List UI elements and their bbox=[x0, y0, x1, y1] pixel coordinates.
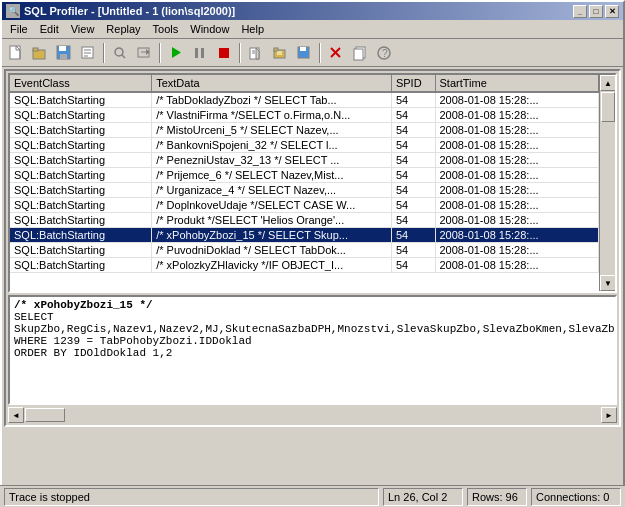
menu-replay[interactable]: Replay bbox=[100, 21, 146, 37]
svg-rect-7 bbox=[60, 54, 67, 59]
scroll-track[interactable] bbox=[600, 91, 615, 275]
new-trace-button[interactable] bbox=[245, 42, 267, 64]
vertical-scrollbar[interactable]: ▲ ▼ bbox=[599, 75, 615, 291]
table-row[interactable]: SQL:BatchStarting/* PuvodniDoklad */ SEL… bbox=[10, 243, 599, 258]
save-button[interactable] bbox=[53, 42, 75, 64]
title-bar-left: 🔍 SQL Profiler - [Untitled - 1 (lion\sql… bbox=[6, 4, 235, 18]
menu-file[interactable]: File bbox=[4, 21, 34, 37]
hscroll-thumb[interactable] bbox=[25, 408, 65, 422]
svg-point-12 bbox=[115, 48, 123, 56]
copy-button[interactable] bbox=[349, 42, 371, 64]
svg-rect-19 bbox=[201, 48, 204, 58]
save-trace-icon bbox=[296, 45, 312, 61]
col-header-textdata[interactable]: TextData bbox=[152, 75, 392, 92]
help-icon: ? bbox=[376, 45, 392, 61]
close-button[interactable]: ✕ bbox=[605, 5, 619, 18]
scroll-right-button[interactable]: ► bbox=[601, 407, 617, 423]
table-row[interactable]: SQL:BatchStarting/* VlastniFirma */SELEC… bbox=[10, 108, 599, 123]
pause-button[interactable] bbox=[189, 42, 211, 64]
col-header-starttime[interactable]: StartTime bbox=[435, 75, 599, 92]
table-scroll-area[interactable]: EventClass TextData SPID StartTime SQL:B… bbox=[10, 75, 615, 291]
scroll-thumb[interactable] bbox=[601, 92, 615, 122]
separator-2 bbox=[159, 43, 161, 63]
maximize-button[interactable]: □ bbox=[589, 5, 603, 18]
menu-view[interactable]: View bbox=[65, 21, 101, 37]
table-row[interactable]: SQL:BatchStarting/* Produkt */SELECT 'He… bbox=[10, 213, 599, 228]
table-row[interactable]: SQL:BatchStarting/* Prijemce_6 */ SELECT… bbox=[10, 168, 599, 183]
table-row[interactable]: SQL:BatchStarting/* xPolozkyZHlavicky */… bbox=[10, 258, 599, 273]
separator-4 bbox=[319, 43, 321, 63]
play-icon bbox=[168, 45, 184, 61]
col-header-spid[interactable]: SPID bbox=[391, 75, 435, 92]
menu-bar: File Edit View Replay Tools Window Help bbox=[2, 20, 623, 39]
svg-rect-34 bbox=[354, 49, 363, 60]
sql-text-panel[interactable]: /* xPohobyZbozi_15 */ SELECT SkupZbo,Reg… bbox=[8, 295, 617, 405]
svg-line-13 bbox=[122, 55, 125, 58]
sql-text-content: /* xPohobyZbozi_15 */ SELECT SkupZbo,Reg… bbox=[14, 299, 611, 359]
scroll-left-button[interactable]: ◄ bbox=[8, 407, 24, 423]
open-trace-button[interactable] bbox=[269, 42, 291, 64]
table-row[interactable]: SQL:BatchStarting/* PenezniUstav_32_13 *… bbox=[10, 153, 599, 168]
position-text: Ln 26, Col 2 bbox=[388, 491, 447, 503]
find-icon bbox=[112, 45, 128, 61]
props-button[interactable] bbox=[77, 42, 99, 64]
connections-pane: Connections: 0 bbox=[531, 488, 621, 506]
table-row[interactable]: SQL:BatchStarting/* MistoUrceni_5 */ SEL… bbox=[10, 123, 599, 138]
copy-icon bbox=[352, 45, 368, 61]
position-pane: Ln 26, Col 2 bbox=[383, 488, 463, 506]
extract-button[interactable] bbox=[133, 42, 155, 64]
svg-rect-18 bbox=[195, 48, 198, 58]
find-button[interactable] bbox=[109, 42, 131, 64]
svg-rect-20 bbox=[219, 48, 229, 58]
play-button[interactable] bbox=[165, 42, 187, 64]
svg-rect-30 bbox=[300, 47, 306, 51]
table-row[interactable]: SQL:BatchStarting/* DoplnkoveUdaje */SEL… bbox=[10, 198, 599, 213]
svg-rect-6 bbox=[59, 46, 66, 51]
open-icon bbox=[32, 45, 48, 61]
title-bar-buttons: _ □ ✕ bbox=[573, 5, 619, 18]
col-header-eventclass[interactable]: EventClass bbox=[10, 75, 152, 92]
table-row[interactable]: SQL:BatchStarting/* TabDokladyZbozi */ S… bbox=[10, 92, 599, 108]
svg-marker-17 bbox=[172, 47, 181, 58]
title-bar: 🔍 SQL Profiler - [Untitled - 1 (lion\sql… bbox=[2, 2, 623, 20]
menu-window[interactable]: Window bbox=[184, 21, 235, 37]
horizontal-scrollbar[interactable]: ◄ ► bbox=[8, 407, 617, 423]
connections-text: Connections: 0 bbox=[536, 491, 609, 503]
clear-icon bbox=[328, 45, 344, 61]
minimize-button[interactable]: _ bbox=[573, 5, 587, 18]
hscroll-track[interactable] bbox=[24, 407, 601, 423]
svg-text:?: ? bbox=[382, 48, 388, 59]
stop-button[interactable] bbox=[213, 42, 235, 64]
content-area: EventClass TextData SPID StartTime SQL:B… bbox=[4, 69, 621, 427]
open-trace-icon bbox=[272, 45, 288, 61]
menu-help[interactable]: Help bbox=[235, 21, 270, 37]
data-grid: EventClass TextData SPID StartTime SQL:B… bbox=[8, 73, 617, 293]
stop-icon bbox=[216, 45, 232, 61]
save-trace-button[interactable] bbox=[293, 42, 315, 64]
new-icon bbox=[8, 45, 24, 61]
table-row[interactable]: SQL:BatchStarting/* Urganizace_4 */ SELE… bbox=[10, 183, 599, 198]
trace-status-text: Trace is stopped bbox=[9, 491, 90, 503]
app-icon: 🔍 bbox=[6, 4, 20, 18]
scroll-up-button[interactable]: ▲ bbox=[600, 75, 616, 91]
menu-tools[interactable]: Tools bbox=[147, 21, 185, 37]
open-button[interactable] bbox=[29, 42, 51, 64]
events-table: EventClass TextData SPID StartTime SQL:B… bbox=[10, 75, 599, 273]
separator-3 bbox=[239, 43, 241, 63]
menu-edit[interactable]: Edit bbox=[34, 21, 65, 37]
table-row[interactable]: SQL:BatchStarting/* BankovniSpojeni_32 *… bbox=[10, 138, 599, 153]
rows-text: Rows: 96 bbox=[472, 491, 518, 503]
scroll-down-button[interactable]: ▼ bbox=[600, 275, 616, 291]
help-button[interactable]: ? bbox=[373, 42, 395, 64]
table-row[interactable]: SQL:BatchStarting/* xPohobyZbozi_15 */ S… bbox=[10, 228, 599, 243]
pause-icon bbox=[192, 45, 208, 61]
app-window: 🔍 SQL Profiler - [Untitled - 1 (lion\sql… bbox=[0, 0, 625, 507]
clear-button[interactable] bbox=[325, 42, 347, 64]
save-icon bbox=[56, 45, 72, 61]
trace-status-pane: Trace is stopped bbox=[4, 488, 379, 506]
window-title: SQL Profiler - [Untitled - 1 (lion\sql20… bbox=[24, 5, 235, 17]
props-icon bbox=[80, 45, 96, 61]
separator-1 bbox=[103, 43, 105, 63]
svg-rect-4 bbox=[33, 48, 38, 51]
new-button[interactable] bbox=[5, 42, 27, 64]
